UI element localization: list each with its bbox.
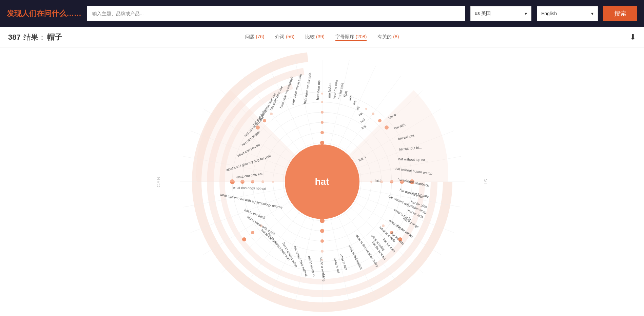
tab-preposition[interactable]: 介词 (56) xyxy=(275,34,294,41)
svg-point-75 xyxy=(270,113,273,115)
header: 发现人们在问什么…… us 美国 ▾ English ▾ 搜索 xyxy=(0,0,644,27)
side-label-right: SI xyxy=(483,179,488,184)
tab-comparison[interactable]: 比较 (39) xyxy=(305,34,325,41)
svg-text:what is federalism: what is federalism xyxy=(347,244,363,270)
svg-point-63 xyxy=(321,250,324,253)
country-value: us 美国 xyxy=(475,11,491,17)
svg-text:light: light xyxy=(343,90,348,97)
tab-alphabetical[interactable]: 字母顺序 (208) xyxy=(335,34,367,41)
svg-text:me fedora: me fedora xyxy=(327,82,332,98)
svg-point-65 xyxy=(242,237,246,241)
svg-point-45 xyxy=(321,111,324,114)
results-label: 结果： xyxy=(23,32,46,42)
logo-highlight: 问 xyxy=(44,9,52,18)
logo-suffix: 什么…… xyxy=(52,9,81,18)
download-button[interactable]: ⬇ xyxy=(630,33,636,42)
svg-text:hat: hat xyxy=(360,124,367,130)
svg-text:what is rizz: what is rizz xyxy=(339,253,348,271)
results-title: 帽子 xyxy=(47,32,62,42)
svg-text:what can dogs not eat: what can dogs not eat xyxy=(233,185,266,190)
svg-point-50 xyxy=(372,113,374,115)
svg-text:what can you do with a psychol: what can you do with a psychology degree xyxy=(219,192,283,209)
center-label: hat xyxy=(315,176,329,187)
main-content: CAN SI xyxy=(0,47,644,316)
chevron-down-icon: ▾ xyxy=(525,11,527,16)
svg-point-44 xyxy=(321,121,324,124)
svg-text:hat !: hat ! xyxy=(375,179,381,182)
svg-text:hat: hat xyxy=(359,118,366,124)
results-count: 387 xyxy=(8,33,21,42)
svg-point-47 xyxy=(321,93,323,95)
center-circle[interactable]: hat xyxy=(285,144,359,219)
svg-text:ha: ha xyxy=(358,112,363,117)
svg-text:hats near me for sale: hats near me for sale xyxy=(303,72,312,104)
svg-point-43 xyxy=(320,131,324,134)
svg-text:ait: ait xyxy=(355,106,360,111)
wheel-container: CAN SI xyxy=(170,50,475,314)
svg-point-62 xyxy=(320,239,324,243)
svg-text:hat to a wedding: hat to a wedding xyxy=(319,256,326,281)
svg-point-66 xyxy=(251,231,254,234)
results-bar: 387 结果： 帽子 问题 (76) 介词 (56) 比较 (39) 字母顺序 … xyxy=(0,27,644,47)
lang-value: English xyxy=(541,11,557,16)
country-select[interactable]: us 美国 ▾ xyxy=(470,6,531,21)
tab-related[interactable]: 有关的 (8) xyxy=(377,34,399,41)
search-input[interactable] xyxy=(87,6,465,21)
svg-point-46 xyxy=(321,101,323,103)
svg-point-49 xyxy=(378,119,382,122)
chevron-down-icon: ▾ xyxy=(591,11,593,16)
svg-point-51 xyxy=(365,108,367,110)
lang-select[interactable]: English ▾ xyxy=(537,6,598,21)
tabs: 问题 (76) 介词 (56) 比较 (39) 字母顺序 (208) 有关的 (… xyxy=(245,34,399,41)
svg-text:me for sale: me for sale xyxy=(337,82,344,100)
logo-static: 发现人们在 xyxy=(7,9,44,18)
svg-text:hat to sleep in: hat to sleep in xyxy=(307,256,316,277)
tab-questions[interactable]: 问题 (76) xyxy=(245,34,265,41)
svg-text:ars: ars xyxy=(351,100,357,105)
svg-point-61 xyxy=(320,229,324,233)
logo: 发现人们在问什么…… xyxy=(7,8,81,19)
side-label-left: CAN xyxy=(156,176,161,187)
svg-text:hats near me: hats near me xyxy=(315,80,321,100)
search-button[interactable]: 搜索 xyxy=(603,6,637,21)
svg-point-60 xyxy=(320,218,325,223)
